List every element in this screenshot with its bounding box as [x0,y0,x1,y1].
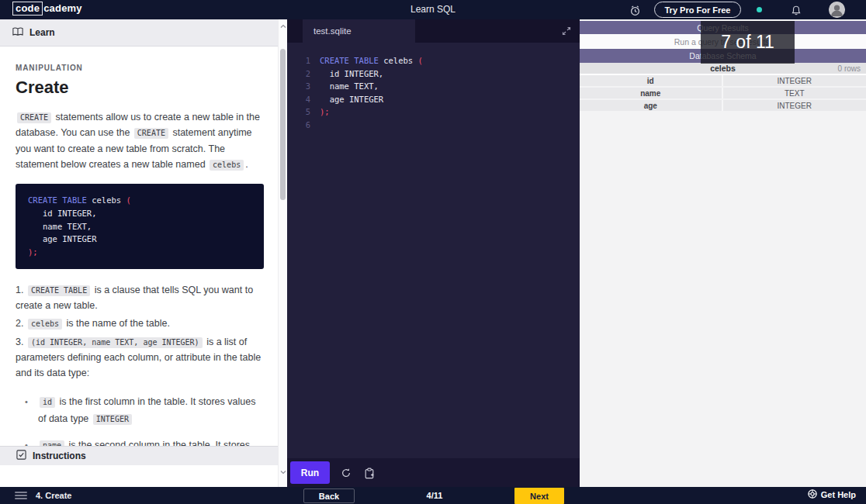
numbered-item: 3. (id INTEGER, name TEXT, age INTEGER) … [16,334,264,381]
panel-bottom-strip [0,465,278,487]
menu-icon[interactable] [15,490,27,501]
schema-table-header: celebs 0 rows [580,63,866,75]
status-dot[interactable] [757,7,762,12]
learn-panel: Learn MANIPULATION Create CREATE stateme… [0,19,287,487]
schema-table-body: idINTEGERnameTEXTageINTEGER [580,75,866,111]
lesson-content: MANIPULATION Create CREATE statements al… [0,47,278,446]
results-panel: Query Results Run a query to see results… [580,19,866,487]
reset-icon[interactable] [338,465,354,481]
line-number: 5 [287,105,310,119]
bell-icon[interactable] [788,2,805,19]
code-editor-panel: test.sqlite 1CREATE TABLE celebs (2 id I… [287,19,580,487]
instructions-section-header[interactable]: Instructions [0,446,278,465]
back-button[interactable]: Back [303,488,355,503]
schema-row-count: 0 rows [838,64,861,73]
lesson-intro-paragraph: CREATE statements allow us to create a n… [16,109,264,172]
editor-line[interactable]: 4 age INTEGER [287,93,580,106]
editor-line[interactable]: 1CREATE TABLE celebs ( [287,54,580,67]
line-number: 1 [287,54,310,67]
get-help-label: Get Help [821,490,856,499]
bullet-list: id is the first column in the table. It … [16,394,264,446]
line-number: 4 [287,93,310,106]
lesson-code-block: CREATE TABLE celebs ( id INTEGER, name T… [16,184,264,269]
avatar[interactable] [829,2,845,18]
schema-row: idINTEGER [580,75,866,86]
instructions-header-label: Instructions [33,450,86,461]
editor-tabbar: test.sqlite [287,19,580,43]
try-pro-button[interactable]: Try Pro For Free [654,2,741,18]
editor-line[interactable]: 6 [287,119,580,132]
numbered-item: 1. CREATE TABLE is a clause that tells S… [16,282,264,314]
code-line: id INTEGER, [28,207,251,220]
code-line: ); [28,246,251,259]
learn-panel-scrollbar[interactable] [278,19,287,487]
step-counter-overlay: 7 of 11 [701,21,795,64]
schema-table-name: celebs [710,64,736,73]
lesson-title: Create [16,78,264,98]
book-icon [12,26,23,40]
code-line: name TEXT, [28,220,251,233]
editor-code-area[interactable]: 1CREATE TABLE celebs (2 id INTEGER,3 nam… [287,43,580,131]
learn-panel-header: Learn [0,19,287,47]
top-navbar: codecademy Learn SQL Try Pro For Free [0,0,866,19]
timer-icon[interactable] [626,2,643,19]
lesson-progress: 4/11 [404,491,466,500]
line-number: 6 [287,119,310,132]
bullet-item: name is the second column in the table. … [25,437,264,446]
editor-line[interactable]: 5); [287,105,580,119]
numbered-item: 2. celebs is the name of the table. [16,316,264,331]
bullet-item: id is the first column in the table. It … [25,394,264,427]
line-number: 2 [287,67,310,81]
lesson-category: MANIPULATION [16,64,264,72]
next-button[interactable]: Next [514,488,564,504]
code-line: age INTEGER [28,233,251,246]
schema-row: nameTEXT [580,88,866,98]
editor-tab-test-sqlite[interactable]: test.sqlite [303,19,415,43]
learn-header-label: Learn [29,27,55,38]
scrollbar-thumb[interactable] [280,49,286,200]
run-button[interactable]: Run [290,461,330,484]
checkbox-icon [16,449,26,463]
editor-line[interactable]: 2 id INTEGER, [287,67,580,81]
get-help-button[interactable]: Get Help [808,489,856,500]
bottom-bar: 4. Create Back 4/11 Next Get Help [0,487,866,504]
numbered-list: 1. CREATE TABLE is a clause that tells S… [16,282,264,381]
code-line: CREATE TABLE celebs ( [28,194,251,207]
line-number: 3 [287,80,310,93]
expand-icon[interactable] [559,24,573,38]
editor-toolbar: Run [287,458,580,487]
schema-row: ageINTEGER [580,100,866,111]
current-lesson-label: 4. Create [36,491,71,500]
life-ring-icon [808,489,817,500]
editor-line[interactable]: 3 name TEXT, [287,80,580,93]
copy-to-clipboard-icon[interactable] [362,465,377,481]
